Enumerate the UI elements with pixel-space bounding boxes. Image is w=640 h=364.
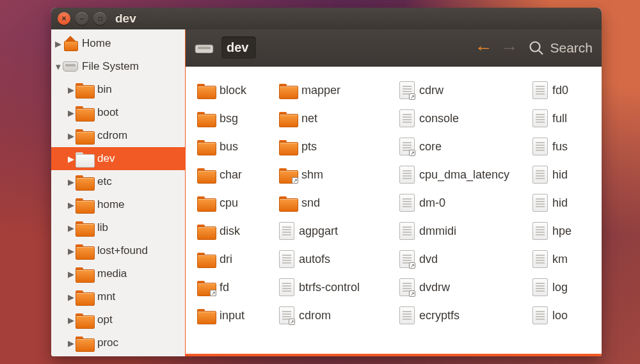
file-icon <box>532 138 548 155</box>
svg-line-3 <box>539 51 543 54</box>
folder-icon <box>76 105 93 120</box>
file-item[interactable]: pts <box>279 132 394 161</box>
chevron-down-icon[interactable]: ▼ <box>54 62 63 72</box>
chevron-right-icon[interactable]: ▶ <box>67 108 76 118</box>
file-icon: ↗ <box>399 278 415 296</box>
chevron-right-icon[interactable]: ▶ <box>67 85 76 95</box>
file-item[interactable]: cpu_dma_latency <box>399 161 527 189</box>
file-item-label: agpgart <box>299 225 338 238</box>
symlink-badge-icon: ↗ <box>409 290 415 297</box>
file-item[interactable]: snd <box>279 189 394 217</box>
file-icon <box>399 222 415 240</box>
chevron-right-icon[interactable]: ▶ <box>67 200 76 210</box>
sidebar-item-lib[interactable]: ▶lib <box>51 216 185 239</box>
minimize-button[interactable]: – <box>76 12 88 25</box>
file-item[interactable]: bus <box>197 132 274 161</box>
file-item[interactable]: loo <box>532 301 584 329</box>
symlink-badge-icon: ↗ <box>289 319 295 325</box>
path-chip[interactable]: dev <box>221 36 256 59</box>
file-item-label: mapper <box>301 84 340 97</box>
chevron-right-icon[interactable]: ▶ <box>67 246 76 256</box>
sidebar-item-dev[interactable]: ▶dev <box>51 147 185 170</box>
folder-icon <box>197 223 215 239</box>
sidebar-item-lost-found[interactable]: ▶lost+found <box>51 239 185 262</box>
chevron-right-icon[interactable]: ▶ <box>67 177 76 187</box>
chevron-right-icon[interactable]: ▶ <box>67 269 76 279</box>
chevron-right-icon[interactable]: ▶ <box>67 338 76 348</box>
file-item[interactable]: ↗dvdrw <box>399 273 527 301</box>
file-item[interactable]: mapper <box>279 76 394 104</box>
file-icon <box>532 194 548 212</box>
file-item[interactable]: bsg <box>197 104 274 132</box>
content-area: blockmapper↗cdrwfd0bsgnetconsolefullbusp… <box>186 67 602 354</box>
file-item[interactable]: char <box>197 161 274 189</box>
file-item[interactable]: disk <box>197 217 274 245</box>
file-item[interactable]: hpe <box>532 217 584 245</box>
file-item[interactable]: fd0 <box>532 76 584 104</box>
folder-icon <box>76 220 93 235</box>
sidebar-item-opt[interactable]: ▶opt <box>51 308 185 331</box>
file-item[interactable]: ↗dvd <box>399 245 527 273</box>
file-item[interactable]: ↗shm <box>279 161 394 189</box>
sidebar-item-label: lib <box>97 221 108 234</box>
sidebar-item-boot[interactable]: ▶boot <box>51 101 185 124</box>
symlink-badge-icon: ↗ <box>210 290 216 296</box>
chevron-right-icon[interactable]: ▶ <box>67 292 76 302</box>
file-item-label: console <box>419 112 459 125</box>
file-item[interactable]: ecryptfs <box>399 301 527 329</box>
file-item[interactable]: agpgart <box>279 217 394 245</box>
sidebar-item-media[interactable]: ▶media <box>51 262 185 285</box>
file-item[interactable]: hid <box>532 161 584 189</box>
sidebar-item-file-system[interactable]: ▼File System <box>51 55 185 78</box>
file-item[interactable]: km <box>532 245 584 273</box>
chevron-right-icon[interactable]: ▶ <box>67 315 76 325</box>
chevron-right-icon[interactable]: ▶ <box>67 223 76 233</box>
file-item[interactable]: autofs <box>279 245 394 273</box>
file-item-label: hpe <box>552 225 572 238</box>
file-icon <box>399 306 415 324</box>
file-item[interactable]: ↗cdrom <box>279 301 394 329</box>
file-item[interactable]: ↗cdrw <box>399 76 527 104</box>
sidebar-item-home[interactable]: ▶home <box>51 193 185 216</box>
file-item[interactable]: net <box>279 104 394 132</box>
path-label: dev <box>227 40 248 55</box>
file-item[interactable]: hid <box>532 189 584 217</box>
file-item[interactable]: ↗fd <box>197 273 274 301</box>
file-item[interactable]: dm-0 <box>399 189 527 217</box>
sidebar-item-proc[interactable]: ▶proc <box>51 331 185 354</box>
file-icon <box>532 250 548 268</box>
sidebar-item-etc[interactable]: ▶etc <box>51 170 185 193</box>
file-icon <box>532 166 548 184</box>
forward-button[interactable]: → <box>496 38 522 58</box>
search-label[interactable]: Search <box>550 40 593 56</box>
file-item[interactable]: block <box>197 76 274 104</box>
file-item[interactable]: fus <box>532 132 584 161</box>
maximize-button[interactable]: ◻ <box>93 12 106 25</box>
sidebar-item-label: File System <box>82 60 139 73</box>
main-panel: dev ← → Search blockmapper↗cdrwfd0bsgnet… <box>186 29 602 356</box>
back-button[interactable]: ← <box>470 38 496 58</box>
search-icon[interactable] <box>528 40 545 56</box>
sidebar-item-cdrom[interactable]: ▶cdrom <box>51 124 185 147</box>
chevron-right-icon[interactable]: ▶ <box>67 131 76 141</box>
file-icon <box>279 222 294 240</box>
close-button[interactable]: × <box>58 12 70 25</box>
sidebar-item-mnt[interactable]: ▶mnt <box>51 285 185 308</box>
file-icon <box>399 194 415 212</box>
chevron-right-icon[interactable]: ▶ <box>67 154 76 164</box>
file-item[interactable]: btrfs-control <box>279 273 394 301</box>
sidebar-item-home[interactable]: ▶Home <box>51 32 185 55</box>
file-item[interactable]: ↗core <box>399 132 527 161</box>
sidebar-item-label: lost+found <box>97 244 148 257</box>
file-item[interactable]: log <box>532 273 584 301</box>
file-item-label: dvd <box>419 253 438 266</box>
file-item[interactable]: input <box>197 301 274 329</box>
sidebar-item-bin[interactable]: ▶bin <box>51 78 185 101</box>
chevron-right-icon[interactable]: ▶ <box>54 39 63 49</box>
file-item[interactable]: full <box>532 104 584 132</box>
file-item[interactable]: console <box>399 104 527 132</box>
file-item[interactable]: cpu <box>197 189 274 217</box>
file-item[interactable]: dri <box>197 245 274 273</box>
file-item[interactable]: dmmidi <box>399 217 527 245</box>
symlink-badge-icon: ↗ <box>292 177 298 184</box>
